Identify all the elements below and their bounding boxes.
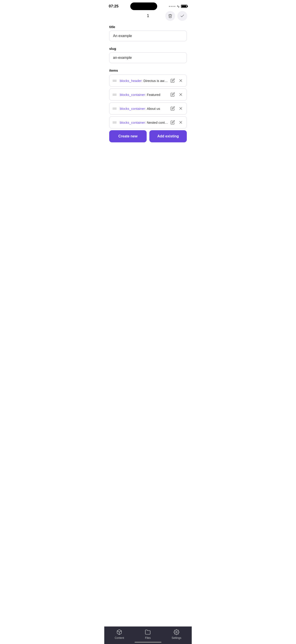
item-type: blocks_container: — [120, 120, 146, 124]
status-bar: 07:25 ∿ — [104, 0, 192, 11]
header-actions — [165, 11, 187, 21]
list-item: blocks_container: About us — [109, 102, 187, 114]
edit-icon — [170, 120, 175, 124]
title-field-group: title — [109, 25, 187, 41]
edit-item-button[interactable] — [170, 92, 175, 97]
add-existing-button[interactable]: Add existing — [149, 130, 187, 142]
item-value: Directus is awesome! — [144, 79, 168, 83]
items-label: items — [109, 68, 187, 72]
edit-item-button[interactable] — [170, 106, 175, 111]
status-time: 07:25 — [109, 4, 118, 8]
item-value: Featured — [147, 93, 168, 96]
status-icons: ∿ — [169, 4, 187, 8]
title-input[interactable] — [109, 30, 187, 41]
check-button[interactable] — [177, 11, 187, 21]
edit-item-button[interactable] — [170, 78, 175, 83]
edit-icon — [170, 106, 175, 111]
trash-icon — [168, 14, 172, 18]
items-section: items blocks_header: Directus is awesome… — [109, 68, 187, 142]
list-item: blocks_header: Directus is awesome! — [109, 74, 187, 87]
close-icon — [178, 92, 183, 97]
create-new-button[interactable]: Create new — [109, 130, 147, 142]
check-icon — [180, 14, 184, 18]
item-type: blocks_container: — [120, 107, 146, 110]
item-actions — [170, 78, 183, 83]
signal-icon — [169, 6, 175, 7]
remove-item-button[interactable] — [178, 106, 183, 111]
edit-icon — [170, 78, 175, 83]
button-row: Create new Add existing — [109, 130, 187, 142]
drag-handle[interactable] — [113, 108, 117, 109]
items-list: blocks_header: Directus is awesome! — [109, 74, 187, 128]
edit-icon — [170, 92, 175, 97]
list-item: blocks_container: Featured — [109, 88, 187, 100]
slug-label: slug — [109, 47, 187, 50]
slug-input[interactable] — [109, 52, 187, 63]
item-actions — [170, 92, 183, 97]
page-count: 1 — [147, 14, 149, 18]
title-label: title — [109, 25, 187, 29]
close-icon — [178, 78, 183, 83]
item-actions — [170, 106, 183, 111]
remove-item-button[interactable] — [178, 78, 183, 83]
slug-field-group: slug — [109, 47, 187, 63]
remove-item-button[interactable] — [178, 92, 183, 97]
dynamic-island — [130, 2, 157, 10]
item-type: blocks_header: — [120, 79, 143, 83]
header-bar: 1 — [104, 11, 192, 20]
drag-handle[interactable] — [113, 94, 117, 96]
item-value: Nested container... — [147, 120, 168, 124]
edit-item-button[interactable] — [170, 120, 175, 125]
close-icon — [178, 106, 183, 111]
remove-item-button[interactable] — [178, 120, 183, 125]
close-icon — [178, 120, 183, 124]
wifi-icon: ∿ — [177, 4, 180, 8]
item-type: blocks_container: — [120, 93, 146, 96]
item-value: About us — [147, 107, 168, 110]
battery-icon — [181, 5, 187, 8]
delete-button[interactable] — [165, 11, 175, 21]
item-actions — [170, 120, 183, 125]
drag-handle[interactable] — [113, 80, 117, 82]
drag-handle[interactable] — [113, 122, 117, 123]
list-item: blocks_container: Nested container... — [109, 116, 187, 128]
form-content: title slug items blocks_header: Directus… — [104, 23, 192, 142]
